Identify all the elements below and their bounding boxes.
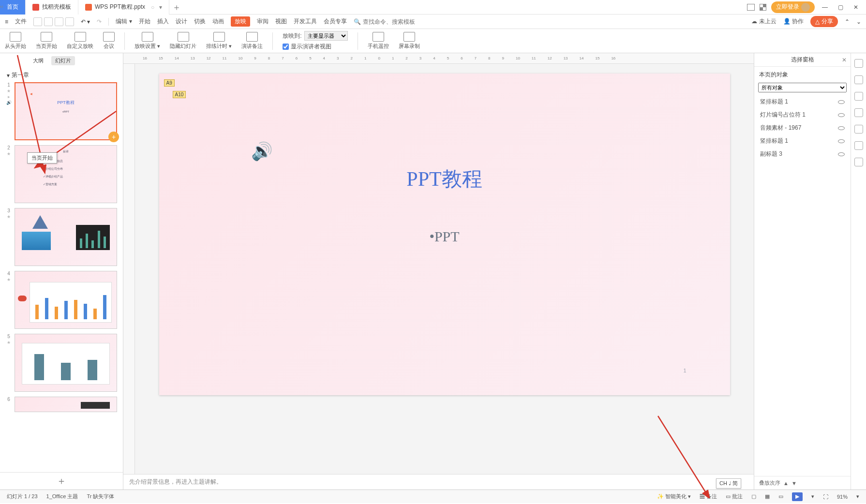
login-button[interactable]: 立即登录 xyxy=(771,1,815,13)
object-filter-select[interactable]: 所有对象 xyxy=(758,83,847,92)
menu-edit[interactable]: 编辑 ▾ xyxy=(116,17,132,26)
from-current-button[interactable]: 当页开始 xyxy=(36,32,57,50)
visibility-icon[interactable] xyxy=(838,113,845,117)
visibility-icon[interactable] xyxy=(838,100,845,104)
file-menu[interactable]: 文件 xyxy=(15,17,27,26)
coop-button[interactable]: 👤 协作 xyxy=(783,17,804,26)
new-tab-button[interactable]: ＋ xyxy=(169,1,184,13)
collapse-ribbon-icon[interactable]: ⌃ xyxy=(845,18,850,25)
minimize-button[interactable]: — xyxy=(820,2,830,13)
view-normal-icon[interactable]: ▢ xyxy=(751,493,756,500)
phone-remote-button[interactable]: 手机遥控 xyxy=(368,32,389,50)
visibility-icon[interactable] xyxy=(838,152,845,156)
speaker-notes-button[interactable]: 演讲备注 xyxy=(241,32,263,50)
zoom-dropdown-icon[interactable]: ▾ xyxy=(856,493,859,500)
monitor-select[interactable]: 主要显示器 xyxy=(304,31,348,41)
sidetool-7-icon[interactable] xyxy=(854,158,863,166)
sidetool-3-icon[interactable] xyxy=(854,92,863,101)
command-search[interactable]: 🔍 xyxy=(354,18,426,25)
grid-icon[interactable] xyxy=(760,4,766,11)
slideshow-play-button[interactable]: ▶ xyxy=(792,492,803,501)
object-item[interactable]: 竖排标题 1 xyxy=(754,134,851,148)
qa-save-icon[interactable] xyxy=(33,17,42,26)
cloud-status[interactable]: ☁ 未上云 xyxy=(751,17,776,26)
visibility-icon[interactable] xyxy=(838,126,845,130)
sidetool-5-icon[interactable] xyxy=(854,125,863,133)
object-item[interactable]: 灯片编号占位符 1 xyxy=(754,108,851,121)
object-item[interactable]: 副标题 3 xyxy=(754,148,851,161)
object-item[interactable]: 竖排标题 1 xyxy=(754,95,851,108)
sidetool-6-icon[interactable] xyxy=(854,141,863,150)
notes-bar[interactable]: 先介绍背景信息，再进入主题讲解。 xyxy=(123,474,754,489)
menu-slideshow[interactable]: 放映 xyxy=(231,16,250,27)
menu-member[interactable]: 会员专享 xyxy=(324,17,347,26)
close-pane-icon[interactable]: ✕ xyxy=(842,57,847,63)
slide-thumb-2[interactable]: 2★ 目录 ✓介绍基本信息 ✓介绍公司分布 ✓详细介绍产品 ✓营销方案 xyxy=(6,145,117,203)
close-button[interactable]: ✕ xyxy=(851,2,861,13)
move-down-icon[interactable]: ▼ xyxy=(791,480,797,486)
object-item[interactable]: 音频素材 - 1967 xyxy=(754,121,851,134)
menu-view[interactable]: 视图 xyxy=(275,17,287,26)
tab-template[interactable]: 找稻壳模板 xyxy=(26,0,78,15)
comment-tag-a10[interactable]: A10 xyxy=(173,91,186,98)
share-button[interactable]: △ 分享 xyxy=(810,16,838,27)
sidetool-4-icon[interactable] xyxy=(854,108,863,117)
sidetool-1-icon[interactable] xyxy=(854,59,863,68)
slide-thumb-4[interactable]: 4★ xyxy=(6,271,117,329)
sidetool-2-icon[interactable] xyxy=(854,75,863,84)
menu-devtools[interactable]: 开发工具 xyxy=(294,17,317,26)
menu-design[interactable]: 设计 xyxy=(176,17,187,26)
view-reading-icon[interactable]: ▭ xyxy=(778,493,783,500)
custom-show-button[interactable]: 自定义放映 xyxy=(67,32,93,50)
show-settings-button[interactable]: 放映设置 ▾ xyxy=(134,32,160,50)
comments-toggle[interactable]: ▭ 批注 xyxy=(726,493,743,500)
menu-review[interactable]: 审阅 xyxy=(257,17,269,26)
slide-thumb-1[interactable]: 1★▸🔊 PPT教程•PPT◀ + xyxy=(6,82,117,140)
qa-preview-icon[interactable] xyxy=(55,17,63,26)
qa-print-icon[interactable] xyxy=(44,17,53,26)
outline-tab[interactable]: 大纲 xyxy=(29,56,47,65)
comment-tag-a9[interactable]: A9 xyxy=(164,79,175,87)
slide-thumb-3[interactable]: 3★ xyxy=(6,208,117,266)
meeting-button[interactable]: 会议 xyxy=(103,32,115,50)
play-dropdown-icon[interactable]: ▾ xyxy=(811,493,814,500)
rehearse-button[interactable]: 排练计时 ▾ xyxy=(206,32,232,50)
zoom-level[interactable]: 91% xyxy=(837,494,848,500)
menu-animation[interactable]: 动画 xyxy=(212,17,224,26)
menu-transition[interactable]: 切换 xyxy=(194,17,206,26)
qa-refresh-icon[interactable] xyxy=(65,17,74,26)
add-slide-icon[interactable]: + xyxy=(108,132,119,142)
visibility-icon[interactable] xyxy=(838,139,845,143)
theme-name[interactable]: 1_Office 主题 xyxy=(46,493,78,500)
add-slide-button[interactable]: ＋ xyxy=(0,472,123,489)
search-input[interactable] xyxy=(363,18,426,25)
layout-icon[interactable] xyxy=(747,4,755,11)
slide-subtitle[interactable]: •PPT xyxy=(159,228,730,245)
slide-thumb-5[interactable]: 5★ xyxy=(6,334,117,392)
collapse-left-icon[interactable]: ‹‹ xyxy=(0,4,7,11)
undo-icon[interactable]: ↶ ▾ xyxy=(81,18,90,25)
fit-icon[interactable]: ⛶ xyxy=(823,494,828,500)
tab-document[interactable]: WPS PPT教程.pptx○▾ xyxy=(78,0,169,15)
slide-thumb-6[interactable]: 6 xyxy=(6,397,117,412)
app-menu-icon[interactable]: ≡ xyxy=(5,18,8,25)
notes-toggle[interactable]: ☰ 备注 xyxy=(700,493,717,500)
maximize-button[interactable]: ▢ xyxy=(835,2,846,13)
ribbon-options-icon[interactable]: ⌄ xyxy=(856,18,861,25)
from-beginning-button[interactable]: 从头开始 xyxy=(5,32,26,50)
chapter-header[interactable]: ▾第一章 xyxy=(0,68,123,82)
redo-icon[interactable]: ↷ xyxy=(97,18,102,25)
presenter-view-checkbox[interactable]: 显示演讲者视图 xyxy=(283,43,348,51)
slides-tab[interactable]: 幻灯片 xyxy=(51,56,75,65)
menu-insert[interactable]: 插入 xyxy=(157,17,169,26)
view-sorter-icon[interactable]: ▦ xyxy=(765,493,770,500)
slide-canvas[interactable]: A9 A10 🔊 PPT教程 •PPT 1 xyxy=(159,74,730,395)
audio-icon[interactable]: 🔊 xyxy=(251,141,273,162)
move-up-icon[interactable]: ▲ xyxy=(783,480,789,486)
hide-slide-button[interactable]: 隐藏幻灯片 xyxy=(170,32,196,50)
missing-font-button[interactable]: Tr 缺失字体 xyxy=(87,493,114,500)
screen-record-button[interactable]: 屏幕录制 xyxy=(399,32,420,50)
tab-close-icon[interactable]: ▾ xyxy=(159,4,162,11)
menu-start[interactable]: 开始 xyxy=(139,17,150,26)
slide-title[interactable]: PPT教程 xyxy=(159,165,730,193)
